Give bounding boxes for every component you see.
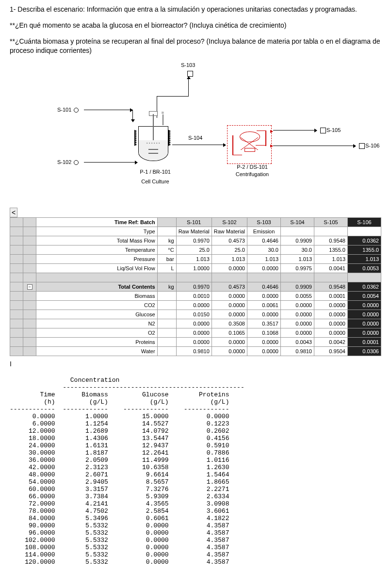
- press-s103: 1.013: [247, 254, 281, 263]
- centrifuge-stand-icon: [244, 148, 255, 152]
- row-lsvf: Liq/Sol Vol Flow: [36, 263, 158, 273]
- lsvf-s101: 1.0000: [176, 263, 212, 273]
- reactor-coil-icon: ≋: [161, 111, 164, 115]
- co2-s104: 0.0000: [281, 300, 314, 310]
- unit-tc: kg: [157, 282, 176, 291]
- o2-s106: 0.0000: [348, 328, 381, 337]
- co2-s103: 0.0061: [247, 300, 281, 310]
- press-s104: 1.013: [281, 254, 314, 263]
- press-s102: 1.013: [212, 254, 247, 263]
- tmf-s106: 0.0362: [348, 236, 381, 245]
- tc-s104: 0.9909: [281, 282, 314, 291]
- glucose-s105: 0.0000: [314, 310, 348, 319]
- co2-s106: 0.0000: [348, 300, 381, 310]
- unit-temp: °C: [157, 245, 176, 254]
- tmf-s102: 0.4573: [212, 236, 247, 245]
- o2-s101: 0.0000: [176, 328, 212, 337]
- concentration-table: Concentration --------------------------…: [10, 376, 381, 566]
- type-s104: [281, 227, 314, 236]
- lsvf-s105: 0.0041: [314, 263, 348, 273]
- agitator-blade-top: [148, 149, 158, 150]
- row-temp: Temperature: [36, 245, 158, 254]
- stream-s104-label: S-104: [188, 135, 202, 141]
- row-comp-biomass: Biomass: [36, 291, 158, 300]
- line-s102: [84, 162, 137, 163]
- o2-s102: 0.1065: [212, 328, 247, 337]
- lsvf-s104: 0.9975: [281, 263, 314, 273]
- centrifuge-sub: Centrifugation: [230, 171, 274, 177]
- text-cursor: I: [10, 360, 381, 368]
- n2-s105: 0.0000: [314, 319, 348, 328]
- press-s106: 1.013: [348, 254, 381, 263]
- proteins-s103: 0.0000: [247, 337, 281, 346]
- o2-s103: 0.1068: [247, 328, 281, 337]
- row-comp-co2: CO2: [36, 300, 158, 310]
- co2-s101: 0.0000: [176, 300, 212, 310]
- col-s101[interactable]: S-101: [176, 217, 212, 227]
- row-type: Type: [36, 227, 158, 236]
- col-s104[interactable]: S-104: [281, 217, 314, 227]
- biomass-s101: 0.0010: [176, 291, 212, 300]
- col-s102[interactable]: S-102: [212, 217, 247, 227]
- co2-s102: 0.0000: [212, 300, 247, 310]
- stream-s101-label: S-101: [57, 107, 80, 113]
- centrifuge-icon: ▶ ▶: [227, 125, 272, 164]
- scroll-left-button[interactable]: <: [10, 208, 17, 217]
- lsvf-s102: 0.0000: [212, 263, 247, 273]
- line-s103: [188, 77, 189, 96]
- row-tmf: Total Mass Flow: [36, 236, 158, 245]
- col-s103[interactable]: S-103: [247, 217, 281, 227]
- tc-s105: 0.9548: [314, 282, 348, 291]
- water-s103: 0.0000: [247, 346, 281, 356]
- stream-table-wrapper: < Time Ref: Batch S-101 S-102 S-103 S-10…: [10, 208, 381, 356]
- jacket-left-arrows: ▶▶▶▶▶▶▶▶: [134, 130, 137, 146]
- col-s105[interactable]: S-105: [314, 217, 348, 227]
- jacket-right-arrows: ▶▶▶▶▶▶▶▶: [168, 130, 171, 146]
- stream-s102-label: S-102: [57, 159, 80, 165]
- bioreactor-icon: ∘∘∘∘∘∘: [138, 126, 168, 161]
- line-s101: [84, 110, 132, 110]
- water-s104: 0.9810: [281, 346, 314, 356]
- unit-lsvf: L: [157, 263, 176, 273]
- biomass-s105: 0.0001: [314, 291, 348, 300]
- temp-s103: 30.0: [247, 245, 281, 254]
- question-1: 1- Describa el escenario: Información qu…: [10, 5, 381, 14]
- glucose-s102: 0.0000: [212, 310, 247, 319]
- n2-s103: 0.3517: [247, 319, 281, 328]
- reactor-liquid: ∘∘∘∘∘∘: [139, 140, 168, 161]
- sink-s106-icon: [359, 143, 365, 149]
- question-2: **¿En qué momento se acaba la glucosa en…: [10, 21, 381, 30]
- row-comp-water: Water: [36, 346, 158, 356]
- collapse-toggle[interactable]: −: [27, 284, 33, 290]
- stream-s105-label: S-105: [326, 127, 341, 133]
- tmf-s103: 0.4646: [247, 236, 281, 245]
- col-s106[interactable]: S-106: [348, 217, 381, 227]
- n2-s104: 0.0000: [281, 319, 314, 328]
- water-s106: 0.0306: [348, 346, 381, 356]
- agitator-blade-bottom: [148, 153, 158, 154]
- line-s101-down: [132, 110, 133, 122]
- type-s101: Raw Material: [176, 227, 212, 236]
- centrifuge-name: P-2 / DS-101: [230, 164, 274, 170]
- type-s106: [348, 227, 381, 236]
- unit-press: bar: [157, 254, 176, 263]
- n2-s101: 0.0000: [176, 319, 212, 328]
- row-comp-o2: O2: [36, 328, 158, 337]
- reactor-name: P-1 / BR-101: [133, 169, 177, 175]
- o2-s105: 0.0000: [314, 328, 348, 337]
- proteins-s101: 0.0000: [176, 337, 212, 346]
- sink-s105-icon: [320, 128, 326, 133]
- proteins-s104: 0.0043: [281, 337, 314, 346]
- type-s105: [314, 227, 348, 236]
- biomass-s103: 0.0000: [247, 291, 281, 300]
- glucose-s106: 0.0000: [348, 310, 381, 319]
- type-s103: Emission: [247, 227, 281, 236]
- o2-s104: 0.0000: [281, 328, 314, 337]
- reactor-sub: Cell Culture: [133, 179, 177, 184]
- press-s101: 1.013: [176, 254, 212, 263]
- row-comp-n2: N2: [36, 319, 158, 328]
- glucose-s101: 0.0150: [176, 310, 212, 319]
- proteins-s105: 0.0042: [314, 337, 348, 346]
- row-total-contents: Total Contents: [36, 282, 158, 291]
- tc-s101: 0.9970: [176, 282, 212, 291]
